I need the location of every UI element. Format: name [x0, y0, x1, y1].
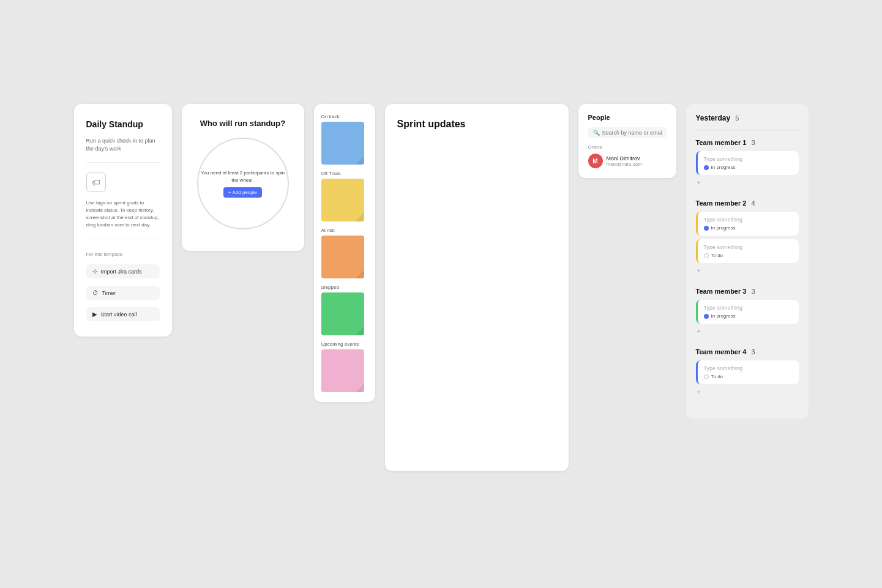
video-call-btn[interactable]: ▶ Start video call [86, 307, 160, 321]
task-card-4-1[interactable]: Type something To do [696, 360, 799, 384]
at-risk-section: At risk [321, 228, 368, 278]
status-dot-3-1 [704, 314, 709, 319]
at-risk-label: At risk [321, 228, 368, 233]
search-icon: 🔍 [593, 130, 600, 136]
daily-standup-title: Daily Standup [86, 119, 160, 130]
shipped-sticky[interactable] [321, 292, 364, 335]
team-member-1-section: Team member 1 3 Type something In progre… [696, 139, 799, 192]
search-box: 🔍 [588, 127, 667, 138]
team-member-3-section: Team member 3 3 Type something In progre… [696, 288, 799, 341]
add-task-1[interactable]: + [696, 179, 799, 186]
add-task-4[interactable]: + [696, 388, 799, 395]
header-divider [696, 130, 799, 130]
team-3-header: Team member 3 3 [696, 288, 799, 295]
on-track-label: On track [321, 114, 368, 119]
status-label-3-1: In progress [711, 313, 736, 319]
divider [86, 162, 160, 163]
sprint-updates-card: Sprint updates [385, 104, 569, 471]
add-people-button[interactable]: + Add people [223, 187, 262, 198]
for-template-label: For this template [86, 251, 160, 257]
off-track-label: Off Track [321, 171, 368, 176]
member-name: Moni Dimitrov [607, 155, 642, 162]
daily-standup-subtitle: Run a quick check-in to plan the day's w… [86, 137, 160, 152]
task-placeholder-4-1: Type something [704, 365, 793, 371]
status-dot-4-1 [704, 374, 709, 379]
team-2-count: 4 [751, 199, 755, 207]
team-4-name: Team member 4 [696, 348, 747, 355]
yesterday-count: 5 [735, 114, 739, 122]
on-track-section: On track [321, 114, 368, 165]
search-input[interactable] [602, 130, 662, 136]
task-status-4-1: To do [704, 374, 793, 379]
task-placeholder-2-2: Type something [704, 244, 793, 250]
member-info: Moni Dimitrov moni@miro.com [607, 155, 642, 167]
online-label: Online [588, 144, 667, 150]
task-card-3-1[interactable]: Type something In progress [696, 300, 799, 324]
add-task-3[interactable]: + [696, 327, 799, 335]
add-task-2[interactable]: + [696, 267, 799, 274]
timer-label: Timer [102, 290, 116, 296]
people-title: People [588, 114, 667, 121]
divider2 [86, 239, 160, 239]
team-member-4-section: Team member 4 3 Type something To do + [696, 348, 799, 401]
sprint-updates-title: Sprint updates [397, 119, 556, 130]
yesterday-title: Yesterday [696, 114, 731, 122]
at-risk-sticky[interactable] [321, 236, 364, 278]
yesterday-header: Yesterday 5 [696, 114, 799, 122]
right-panel: Yesterday 5 Team member 1 3 Type somethi… [686, 104, 809, 419]
upcoming-section: Upcoming events [321, 341, 368, 392]
team-1-header: Team member 1 3 [696, 139, 799, 146]
off-track-sticky[interactable] [321, 179, 364, 221]
task-card-1-1[interactable]: Type something In progress [696, 151, 799, 175]
standup-wheel-title: Who will run standup? [200, 119, 285, 128]
import-jira-label: Import Jira cards [101, 269, 142, 275]
sprint-categories-card: On track Off Track At risk Shipped Upcom… [314, 104, 375, 402]
team-2-name: Team member 2 [696, 199, 747, 207]
upcoming-sticky[interactable] [321, 349, 364, 392]
task-placeholder-2-1: Type something [704, 217, 793, 223]
task-status-2-1: In progress [704, 225, 793, 231]
task-status-2-2: To do [704, 253, 793, 258]
team-2-header: Team member 2 4 [696, 199, 799, 207]
on-track-sticky[interactable] [321, 122, 364, 165]
team-4-count: 3 [751, 348, 755, 355]
status-label-2-1: In progress [711, 225, 736, 231]
main-container: Daily Standup Run a quick check-in to pl… [0, 0, 882, 588]
team-3-name: Team member 3 [696, 288, 747, 295]
timer-btn[interactable]: ⏱ Timer [86, 286, 160, 300]
status-dot-2-2 [704, 253, 709, 258]
task-placeholder-3-1: Type something [704, 305, 793, 311]
status-label-4-1: To do [711, 374, 723, 379]
team-1-count: 3 [751, 139, 755, 146]
shipped-label: Shipped [321, 285, 368, 290]
task-status-3-1: In progress [704, 313, 793, 319]
spin-wheel[interactable]: You need at least 2 participants to spin… [197, 138, 289, 229]
task-card-2-1[interactable]: Type something In progress [696, 212, 799, 236]
import-jira-btn[interactable]: ⊹ Import Jira cards [86, 264, 160, 278]
off-track-section: Off Track [321, 171, 368, 221]
task-placeholder-1-1: Type something [704, 156, 793, 162]
shipped-section: Shipped [321, 285, 368, 335]
status-dot-2-1 [704, 226, 709, 231]
team-member-2-section: Team member 2 4 Type something In progre… [696, 199, 799, 280]
team-3-count: 3 [751, 288, 755, 295]
standup-wheel-card: Who will run standup? You need at least … [182, 104, 304, 251]
team-1-name: Team member 1 [696, 139, 747, 146]
timer-icon: ⏱ [92, 289, 99, 296]
upcoming-label: Upcoming events [321, 341, 368, 347]
daily-standup-card: Daily Standup Run a quick check-in to pl… [74, 104, 172, 337]
video-call-label: Start video call [101, 311, 137, 318]
member-email: moni@miro.com [607, 162, 642, 167]
import-icon: ⊹ [92, 268, 97, 275]
status-label-2-2: To do [711, 253, 723, 258]
add-people-label: + Add people [228, 190, 257, 195]
video-icon: ▶ [92, 311, 97, 318]
tag-description: Use tags on sprint goals to indicate sta… [86, 199, 160, 229]
avatar: M [588, 154, 603, 168]
tag-icon: 🏷 [86, 173, 106, 192]
task-status-1-1: In progress [704, 165, 793, 170]
status-dot-1-1 [704, 165, 709, 170]
task-card-2-2[interactable]: Type something To do [696, 239, 799, 263]
team-4-header: Team member 4 3 [696, 348, 799, 355]
people-card: People 🔍 Online M Moni Dimitrov moni@mir… [578, 104, 676, 178]
